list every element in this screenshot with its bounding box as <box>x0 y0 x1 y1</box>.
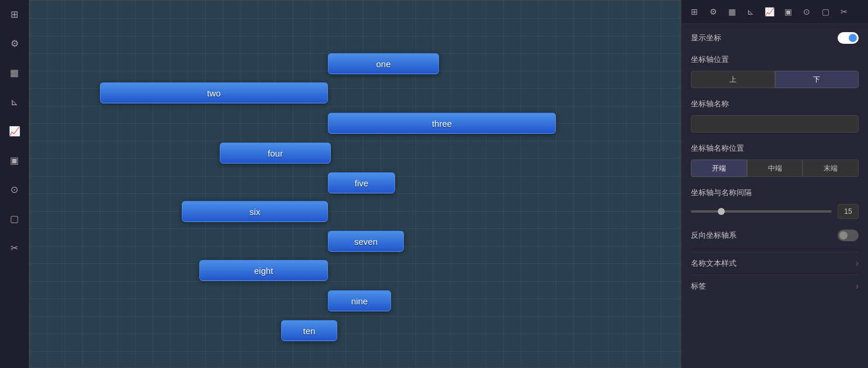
axis-gap-label: 坐标轴与名称间隔 <box>691 188 859 198</box>
panel-scissors-icon[interactable]: ✂ <box>836 4 852 20</box>
panel-target-icon[interactable]: ⊙ <box>798 4 815 20</box>
panel-nodes-icon[interactable]: ⚙ <box>705 4 721 20</box>
bar-three[interactable]: three <box>328 113 556 134</box>
bar-six[interactable]: six <box>182 201 328 222</box>
axis-position-up[interactable]: 上 <box>691 71 775 88</box>
chart-canvas: onetwothreefourfivesixseveneightnineten <box>29 0 681 368</box>
scissors-icon[interactable]: ✂ <box>5 238 24 257</box>
linechart-icon[interactable]: 📈 <box>5 121 24 140</box>
axis-position-label: 坐标轴位置 <box>691 54 859 65</box>
bar-two[interactable]: two <box>100 82 328 103</box>
axis-gap-slider[interactable] <box>691 210 832 213</box>
reverse-axis-row: 反向坐标轴系 <box>691 230 859 241</box>
tags-link[interactable]: 标签 › <box>691 275 859 297</box>
axis-name-pos-start[interactable]: 开端 <box>691 159 747 177</box>
right-panel: ⊞ ⚙ ▦ ⊾ 📈 ▣ ⊙ ▢ ✂ 显示坐标 坐标轴位置 上 下 坐标轴名称 坐… <box>681 0 868 368</box>
name-text-style-chevron: › <box>856 258 859 269</box>
axis-name-position-group: 开端 中端 末端 <box>691 159 859 177</box>
axis-gap-slider-row: 15 <box>691 204 859 219</box>
layers-icon[interactable]: ⊞ <box>5 5 24 23</box>
name-text-style-label: 名称文本样式 <box>691 258 736 269</box>
panel-display-icon[interactable]: ▢ <box>817 4 834 20</box>
axis-name-label: 坐标轴名称 <box>691 99 859 109</box>
bar-nine[interactable]: nine <box>328 290 391 311</box>
bar-seven[interactable]: seven <box>328 231 404 252</box>
data-icon[interactable]: ▣ <box>5 151 24 169</box>
panel-axis-icon[interactable]: ⊾ <box>742 4 759 20</box>
bar-ten[interactable]: ten <box>281 320 337 341</box>
nodes-icon[interactable]: ⚙ <box>5 34 24 53</box>
panel-grid-icon[interactable]: ▦ <box>724 4 740 20</box>
target-icon[interactable]: ⊙ <box>5 180 24 199</box>
axis-gap-value: 15 <box>838 204 859 219</box>
axis-icon[interactable]: ⊾ <box>5 92 24 111</box>
reverse-axis-toggle[interactable] <box>838 230 859 241</box>
axis-name-pos-end[interactable]: 末端 <box>803 159 859 177</box>
panel-data-icon[interactable]: ▣ <box>780 4 796 20</box>
left-sidebar: ⊞ ⚙ ▦ ⊾ 📈 ▣ ⊙ ▢ ✂ <box>0 0 29 368</box>
axis-position-group: 上 下 <box>691 71 859 88</box>
panel-content: 显示坐标 坐标轴位置 上 下 坐标轴名称 坐标轴名称位置 开端 中端 末端 坐标… <box>682 24 868 305</box>
bar-one[interactable]: one <box>328 53 439 74</box>
tags-chevron: › <box>856 281 859 291</box>
panel-toolbar: ⊞ ⚙ ▦ ⊾ 📈 ▣ ⊙ ▢ ✂ <box>682 0 868 24</box>
show-axis-label: 显示坐标 <box>691 33 721 43</box>
panel-layers-icon[interactable]: ⊞ <box>686 4 703 20</box>
axis-name-pos-middle[interactable]: 中端 <box>747 159 803 177</box>
bar-four[interactable]: four <box>220 143 331 164</box>
axis-position-down[interactable]: 下 <box>775 71 859 88</box>
tags-label: 标签 <box>691 281 706 291</box>
display-icon[interactable]: ▢ <box>5 209 24 228</box>
show-axis-toggle[interactable] <box>838 32 859 44</box>
panel-chart-icon[interactable]: 📈 <box>761 4 777 20</box>
bar-eight[interactable]: eight <box>199 260 328 281</box>
bar-five[interactable]: five <box>328 172 395 193</box>
axis-name-position-label: 坐标轴名称位置 <box>691 143 859 154</box>
name-text-style-link[interactable]: 名称文本样式 › <box>691 252 859 275</box>
axis-name-input[interactable] <box>691 115 859 133</box>
show-axis-row: 显示坐标 <box>691 32 859 44</box>
grid-icon[interactable]: ▦ <box>5 63 24 82</box>
reverse-axis-label: 反向坐标轴系 <box>691 230 736 241</box>
